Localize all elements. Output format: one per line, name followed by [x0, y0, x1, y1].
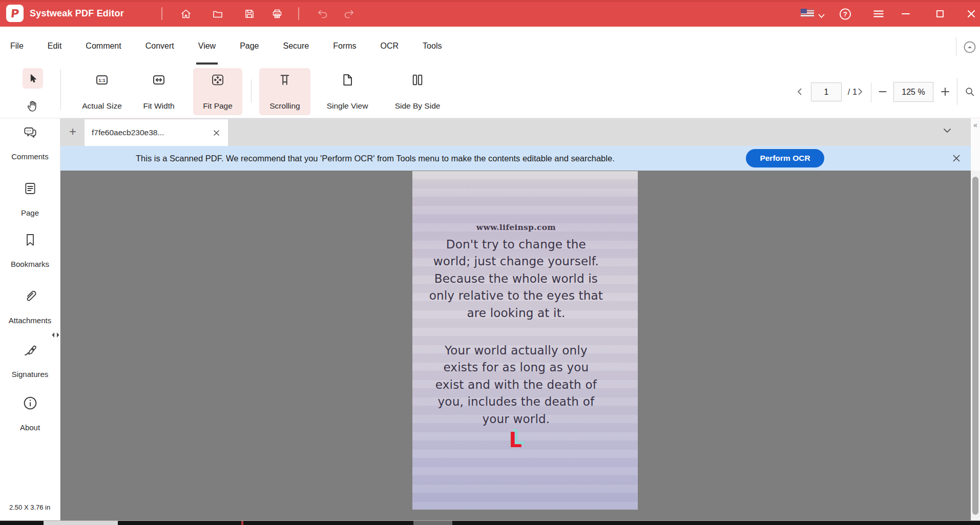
- page-number-box: [811, 82, 842, 101]
- new-tab-button[interactable]: +: [66, 124, 80, 139]
- sidebar-item-about[interactable]: About: [0, 395, 60, 432]
- maximize-button[interactable]: [933, 7, 947, 20]
- scrolling-label: Scrolling: [269, 101, 300, 111]
- zoom-in-button[interactable]: [937, 85, 953, 99]
- bottom-edge-bar: [0, 520, 980, 525]
- svg-text:1:1: 1:1: [98, 78, 105, 83]
- sidebar-label-attachments: Attachments: [9, 316, 51, 325]
- ocr-notification-message: This is a Scanned PDF. We recommend that…: [136, 154, 615, 163]
- vertical-scrollbar-thumb[interactable]: [972, 177, 978, 515]
- bottom-bar-segment: [413, 521, 452, 525]
- menu-secure[interactable]: Secure: [283, 27, 309, 65]
- tabbar: + f7fe60aecb230e38...: [60, 118, 971, 146]
- lifeinsp-logo: L L: [412, 429, 620, 453]
- page-number-input[interactable]: [811, 83, 841, 101]
- print-icon[interactable]: [270, 7, 284, 20]
- fit-width-button[interactable]: Fit Width: [132, 68, 185, 115]
- menu-convert[interactable]: Convert: [145, 27, 174, 65]
- pdf-page: www.lifeinsp.com Don't try to change the…: [412, 171, 638, 510]
- previous-page-button[interactable]: [793, 85, 806, 99]
- collapse-ribbon-icon[interactable]: [963, 40, 977, 54]
- side-by-side-button[interactable]: Side By Side: [386, 68, 449, 115]
- vertical-scrollbar[interactable]: [971, 171, 980, 520]
- notification-close-icon[interactable]: [951, 153, 962, 164]
- tab-close-icon[interactable]: [212, 128, 221, 137]
- hamburger-menu-icon[interactable]: [872, 7, 885, 20]
- ocr-notification-bar: This is a Scanned PDF. We recommend that…: [60, 146, 971, 171]
- quote-line: Because the whole world is: [412, 270, 620, 287]
- document-canvas[interactable]: www.lifeinsp.com Don't try to change the…: [60, 171, 971, 520]
- sidebar-label-about: About: [20, 423, 40, 432]
- toolbar-divider: [60, 69, 61, 110]
- zoom-out-button[interactable]: [875, 85, 890, 99]
- divider: [956, 37, 956, 56]
- collapse-panel-icon[interactable]: «: [971, 118, 980, 132]
- titlebar-divider: [161, 7, 162, 20]
- close-button[interactable]: [965, 7, 978, 20]
- app-logo-icon: P: [6, 5, 24, 22]
- logo-letter: L: [509, 429, 522, 451]
- redo-icon[interactable]: [342, 7, 356, 20]
- quote-line: you, includes the death of: [412, 393, 620, 410]
- tab-list-chevron-icon[interactable]: [943, 128, 951, 134]
- sidebar-label-page: Page: [21, 208, 39, 217]
- scrolling-button[interactable]: Scrolling: [259, 68, 310, 115]
- page-size-status: 2.50 X 3.76 in: [9, 503, 50, 511]
- actual-size-button[interactable]: 1:1 Actual Size: [75, 68, 129, 115]
- zoom-level-box[interactable]: 125 %: [893, 82, 933, 102]
- svg-text:?: ?: [843, 10, 847, 18]
- menubar: File Edit Comment Convert View Page Secu…: [0, 27, 980, 65]
- home-icon[interactable]: [179, 7, 193, 20]
- menu-tools[interactable]: Tools: [423, 27, 442, 65]
- undo-icon[interactable]: [316, 7, 329, 20]
- sidebar-label-signatures: Signatures: [12, 370, 49, 379]
- help-icon[interactable]: ?: [839, 7, 852, 20]
- quote-line: exist and with the death of: [412, 376, 620, 393]
- quote-paragraph-2: Your world actually only exists for as l…: [412, 342, 620, 428]
- menu-view[interactable]: View: [198, 27, 216, 65]
- menu-edit[interactable]: Edit: [48, 27, 62, 65]
- language-flag-icon[interactable]: [801, 9, 814, 17]
- menu-comment[interactable]: Comment: [86, 27, 121, 65]
- hand-pan-tool[interactable]: [24, 97, 41, 115]
- sidebar-splitter-handle[interactable]: [51, 329, 60, 341]
- quote-line: only relative to the eyes that: [412, 287, 620, 304]
- quote-website-text: www.lifeinsp.com: [412, 222, 620, 232]
- menu-file[interactable]: File: [10, 27, 24, 65]
- next-page-button[interactable]: [853, 85, 867, 99]
- view-toolbar: 1:1 Actual Size Fit Width Fit Page Scrol…: [0, 65, 980, 118]
- bottom-bar-segment: [44, 521, 118, 525]
- minimize-button[interactable]: [899, 7, 912, 20]
- language-chevron-down-icon[interactable]: [817, 9, 826, 23]
- fit-width-label: Fit Width: [143, 101, 174, 111]
- single-view-label: Single View: [327, 101, 368, 111]
- sidebar-item-attachments[interactable]: Attachments: [0, 288, 60, 325]
- quote-paragraph-1: Don't try to change the world; just chan…: [412, 236, 620, 322]
- app-title: Systweak PDF Editor: [30, 0, 124, 27]
- quote-line: are looking at it.: [412, 305, 620, 322]
- perform-ocr-button[interactable]: Perform OCR: [746, 149, 824, 167]
- toolbar-divider: [251, 79, 252, 103]
- single-view-button[interactable]: Single View: [319, 68, 376, 115]
- sidebar-item-page[interactable]: Page: [0, 180, 60, 217]
- search-icon[interactable]: [962, 85, 977, 99]
- side-by-side-label: Side By Side: [395, 101, 441, 111]
- fit-page-button[interactable]: Fit Page: [193, 68, 242, 115]
- menu-forms[interactable]: Forms: [333, 27, 356, 65]
- actual-size-label: Actual Size: [82, 101, 122, 111]
- bottom-bar-marker: [241, 521, 243, 525]
- menu-ocr[interactable]: OCR: [381, 27, 399, 65]
- sidebar-item-comments[interactable]: Comments: [0, 124, 60, 161]
- sidebar-item-signatures[interactable]: Signatures: [0, 342, 60, 379]
- select-cursor-tool[interactable]: [23, 68, 43, 89]
- menu-page[interactable]: Page: [240, 27, 259, 65]
- sidebar-item-bookmarks[interactable]: Bookmarks: [0, 232, 60, 268]
- document-tab[interactable]: f7fe60aecb230e38...: [85, 119, 228, 146]
- toolbar-divider: [957, 78, 957, 105]
- app-window: P Systweak PDF Editor: [0, 0, 980, 525]
- save-icon[interactable]: [243, 7, 256, 20]
- open-folder-icon[interactable]: [211, 7, 224, 20]
- titlebar-divider: [298, 7, 299, 20]
- fit-page-label: Fit Page: [203, 101, 233, 111]
- tab-title: f7fe60aecb230e38...: [92, 128, 206, 137]
